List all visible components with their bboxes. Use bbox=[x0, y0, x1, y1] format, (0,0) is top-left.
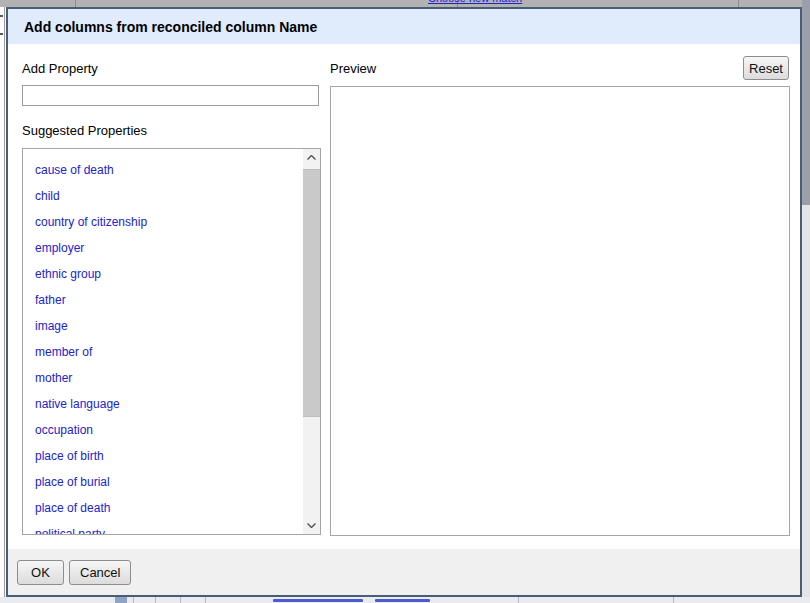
screen: Choose new match Add columns from reconc… bbox=[0, 0, 810, 603]
add-property-label: Add Property bbox=[22, 61, 98, 76]
background-panel-edge bbox=[4, 7, 5, 597]
suggested-property-item[interactable]: ethnic group bbox=[23, 261, 303, 287]
suggested-property-item[interactable]: political party bbox=[23, 521, 303, 534]
suggested-property-item[interactable]: cause of death bbox=[23, 157, 303, 183]
background-table-gridline bbox=[518, 597, 519, 603]
suggested-property-item[interactable]: place of death bbox=[23, 495, 303, 521]
suggested-properties-list: cause of deathchildcountry of citizenshi… bbox=[23, 149, 303, 534]
scroll-down-button[interactable] bbox=[303, 517, 320, 534]
suggested-property-item[interactable]: child bbox=[23, 183, 303, 209]
background-table-gridline bbox=[133, 597, 134, 603]
reset-button[interactable]: Reset bbox=[743, 56, 789, 80]
preview-label: Preview bbox=[330, 61, 376, 76]
suggested-property-item[interactable]: employer bbox=[23, 235, 303, 261]
dialog-footer: OK Cancel bbox=[8, 549, 800, 595]
dialog-body: Add Property Suggested Properties cause … bbox=[8, 44, 800, 549]
cancel-button[interactable]: Cancel bbox=[69, 560, 131, 585]
background-page-top-strip: Choose new match bbox=[0, 0, 810, 7]
background-table-gridline bbox=[205, 597, 206, 603]
list-scrollbar[interactable] bbox=[303, 149, 320, 534]
scroll-up-button[interactable] bbox=[303, 149, 320, 166]
background-text-fragment bbox=[0, 15, 3, 17]
background-text-fragment bbox=[375, 599, 430, 602]
background-scrollbar-thumb[interactable] bbox=[802, 0, 810, 205]
background-table-gridline bbox=[75, 0, 76, 7]
scrollbar-thumb[interactable] bbox=[303, 169, 320, 417]
suggested-property-item[interactable]: image bbox=[23, 313, 303, 339]
chevron-up-icon bbox=[307, 155, 316, 160]
chevron-down-icon bbox=[307, 523, 316, 528]
background-table-gridline bbox=[673, 597, 674, 603]
background-table-gridline bbox=[180, 597, 181, 603]
dialog-title: Add columns from reconciled column Name bbox=[24, 19, 317, 35]
add-property-input[interactable] bbox=[22, 85, 319, 106]
ok-button[interactable]: OK bbox=[17, 560, 64, 585]
suggested-property-item[interactable]: father bbox=[23, 287, 303, 313]
suggested-property-item[interactable]: native language bbox=[23, 391, 303, 417]
background-text-fragment bbox=[0, 33, 3, 35]
background-table-gridline bbox=[738, 0, 739, 7]
background-page-scrollbar[interactable] bbox=[802, 0, 810, 603]
background-text-fragment bbox=[273, 599, 363, 602]
background-page-bottom-strip bbox=[0, 597, 810, 603]
preview-panel bbox=[330, 86, 790, 536]
choose-new-match-link[interactable]: Choose new match bbox=[428, 0, 522, 4]
background-table-gridline bbox=[155, 597, 156, 603]
suggested-property-item[interactable]: place of burial bbox=[23, 469, 303, 495]
dialog-header: Add columns from reconciled column Name bbox=[8, 9, 800, 44]
background-table-cell bbox=[115, 597, 127, 603]
suggested-property-item[interactable]: place of birth bbox=[23, 443, 303, 469]
suggested-property-item[interactable]: country of citizenship bbox=[23, 209, 303, 235]
suggested-properties-label: Suggested Properties bbox=[22, 123, 147, 138]
add-columns-dialog: Add columns from reconciled column Name … bbox=[6, 7, 802, 597]
suggested-property-item[interactable]: mother bbox=[23, 365, 303, 391]
suggested-property-item[interactable]: member of bbox=[23, 339, 303, 365]
suggested-properties-box: cause of deathchildcountry of citizenshi… bbox=[22, 148, 321, 535]
suggested-property-item[interactable]: occupation bbox=[23, 417, 303, 443]
